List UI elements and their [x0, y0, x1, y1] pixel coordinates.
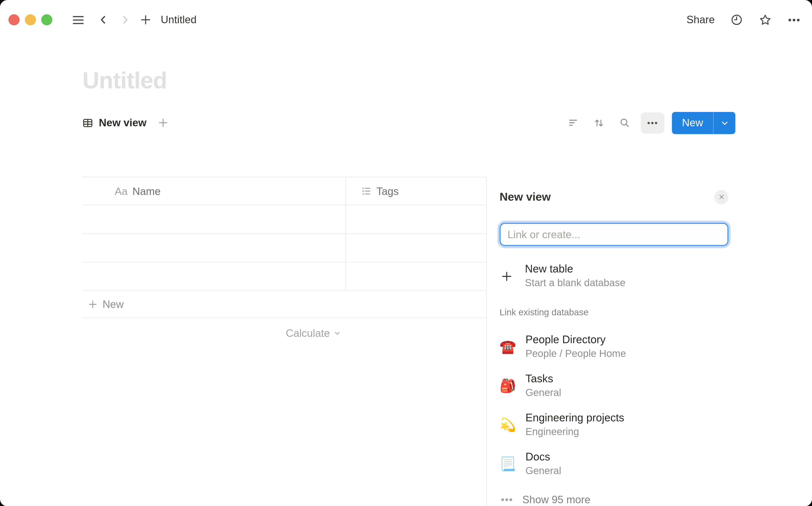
table-cell-tags[interactable]: [345, 234, 487, 262]
show-more-button[interactable]: Show 95 more: [500, 489, 591, 506]
updates-button[interactable]: [730, 13, 743, 27]
database-subtitle: People / People Home: [526, 348, 626, 360]
chevron-right-icon: [120, 14, 131, 25]
database-list-item[interactable]: 🎒 Tasks General: [500, 366, 729, 405]
topbar: Untitled Share: [0, 0, 812, 40]
collection-toolbar-actions: New: [568, 112, 735, 134]
hamburger-icon: [71, 13, 85, 27]
page-content: Untitled New view: [0, 40, 812, 506]
database-title: Docs: [526, 450, 561, 463]
table-view-icon: [82, 117, 94, 129]
share-button[interactable]: Share: [687, 14, 715, 26]
collection-toolbar: New view: [82, 111, 735, 134]
table-row[interactable]: [82, 262, 487, 291]
database-list-item[interactable]: 📃 Docs General: [500, 444, 729, 483]
show-more-label: Show 95 more: [522, 493, 590, 506]
database-subtitle: Engineering: [526, 426, 624, 438]
panel-title: New view: [500, 190, 551, 203]
table-body: [82, 205, 487, 291]
panel-close-button[interactable]: [714, 190, 729, 204]
plus-icon: [140, 14, 152, 26]
plus-icon: [88, 299, 98, 309]
database-subtitle: General: [526, 465, 561, 477]
database-subtitle: General: [526, 387, 561, 399]
list-icon: [361, 186, 372, 196]
database-emoji-icon: 💫: [500, 418, 514, 431]
ellipsis-icon: [787, 13, 801, 27]
table-cell-tags[interactable]: [345, 262, 487, 290]
search-icon: [619, 117, 630, 129]
database-emoji-icon: 🎒: [500, 379, 514, 392]
database-table: Aa Name Tags: [82, 177, 487, 349]
column-label: Tags: [377, 185, 399, 197]
table-cell-name[interactable]: [82, 234, 345, 262]
new-view-panel: New view: [486, 177, 812, 506]
stage: Untitled Share: [0, 0, 812, 506]
filter-button[interactable]: [568, 117, 579, 129]
database-list-item[interactable]: 💫 Engineering projects Engineering: [500, 405, 729, 444]
column-label: Name: [132, 185, 160, 197]
column-header-name[interactable]: Aa Name: [82, 177, 345, 205]
tab-new-view[interactable]: New view: [82, 117, 146, 129]
table-row[interactable]: [82, 234, 487, 262]
link-existing-section-label: Link existing database: [500, 307, 729, 318]
breadcrumb-page-title[interactable]: Untitled: [161, 14, 197, 26]
chevron-down-icon: [334, 329, 341, 337]
sort-icon: [593, 117, 605, 129]
ellipsis-icon: [646, 116, 659, 129]
close-icon: [718, 193, 725, 200]
calculate-label: Calculate: [286, 327, 330, 339]
minimize-window-button[interactable]: [25, 14, 36, 25]
new-record-label: New: [672, 112, 713, 134]
add-row-button[interactable]: New: [82, 291, 487, 318]
table-cell-name[interactable]: [82, 262, 345, 290]
sidebar-toggle-button[interactable]: [71, 13, 85, 27]
clock-icon: [730, 13, 743, 27]
database-title: People Directory: [526, 333, 626, 346]
view-options-button[interactable]: [641, 112, 665, 133]
calculate-row: Calculate: [82, 318, 487, 348]
new-table-option[interactable]: New table Start a blank database: [500, 262, 729, 289]
sort-button[interactable]: [593, 117, 605, 129]
page-menu-button[interactable]: [787, 13, 801, 27]
page-title[interactable]: Untitled: [82, 67, 167, 94]
column-header-tags[interactable]: Tags: [345, 177, 487, 205]
filter-icon: [568, 117, 579, 129]
table-cell-tags[interactable]: [345, 205, 487, 234]
database-list: ☎️ People Directory People / People Home…: [500, 327, 729, 483]
table-row[interactable]: [82, 205, 487, 234]
app-window: Untitled Share: [0, 0, 812, 506]
window-controls: [8, 14, 53, 25]
database-title: Engineering projects: [526, 411, 624, 424]
favorite-button[interactable]: [759, 13, 772, 27]
new-table-title: New table: [525, 262, 625, 275]
plus-icon: [500, 262, 514, 289]
nav-forward-button[interactable]: [120, 14, 131, 25]
zoom-window-button[interactable]: [41, 14, 53, 25]
database-title: Tasks: [526, 372, 561, 385]
new-page-button[interactable]: [140, 14, 152, 26]
aa-icon: Aa: [115, 185, 128, 197]
new-record-button[interactable]: New: [672, 112, 735, 134]
search-button[interactable]: [619, 117, 630, 129]
topbar-actions: Share: [687, 13, 801, 27]
table-header-row: Aa Name Tags: [82, 177, 487, 205]
database-list-item[interactable]: ☎️ People Directory People / People Home: [500, 327, 729, 366]
chevron-down-icon: [720, 118, 729, 127]
new-record-dropdown[interactable]: [714, 112, 735, 134]
panel-header: New view: [500, 189, 729, 205]
add-view-button[interactable]: [157, 117, 169, 129]
close-window-button[interactable]: [8, 14, 20, 25]
ellipsis-icon: [500, 493, 514, 506]
link-or-create-field: [500, 223, 729, 246]
table-cell-name[interactable]: [82, 205, 345, 234]
plus-icon: [157, 117, 169, 129]
database-emoji-icon: 📃: [500, 457, 514, 470]
view-tab-label: New view: [99, 117, 146, 129]
add-row-label: New: [103, 298, 124, 310]
chevron-left-icon: [98, 14, 109, 25]
nav-back-button[interactable]: [98, 14, 109, 25]
database-emoji-icon: ☎️: [500, 340, 514, 353]
link-or-create-input[interactable]: [501, 228, 728, 241]
calculate-button[interactable]: Calculate: [82, 318, 345, 348]
